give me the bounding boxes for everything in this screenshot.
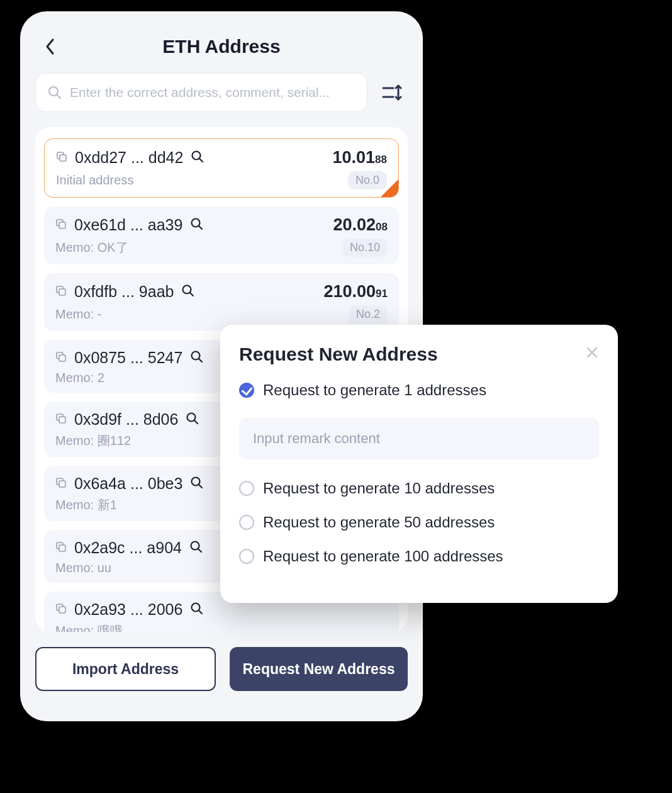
svg-rect-5 [60, 155, 66, 161]
copy-icon[interactable] [55, 413, 67, 427]
address-text: 0xdd27 ... dd42 [75, 149, 183, 167]
svg-line-31 [198, 549, 201, 552]
radio-checked-icon[interactable] [239, 383, 254, 398]
request-new-address-button[interactable]: Request New Address [230, 647, 408, 691]
selected-corner-icon [381, 179, 398, 197]
memo-text: Memo: - [55, 307, 101, 322]
radio-unchecked-icon[interactable] [239, 481, 254, 496]
balance-value: 20.0208 [333, 215, 388, 235]
copy-icon[interactable] [55, 351, 67, 365]
radio-option[interactable]: Request to generate 100 addresses [239, 548, 599, 565]
address-card[interactable]: 0xe61d ... aa3920.0208Memo: OK了No.10 [44, 206, 399, 264]
import-address-button[interactable]: Import Address [35, 647, 216, 691]
address-row-bottom: Initial addressNo.0 [56, 171, 387, 189]
radio-label: Request to generate 10 addresses [263, 480, 495, 497]
memo-text: Initial address [56, 173, 133, 188]
address-card[interactable]: 0xdd27 ... dd4210.0188Initial addressNo.… [44, 138, 399, 198]
address-row-top: 0x2a93 ... 2006 [55, 600, 388, 619]
magnifier-icon[interactable] [191, 150, 204, 166]
svg-rect-17 [59, 355, 65, 361]
svg-line-27 [199, 485, 202, 488]
back-button[interactable] [39, 35, 62, 58]
memo-text: Memo: uu [55, 561, 111, 575]
search-box[interactable] [35, 73, 367, 112]
copy-icon[interactable] [55, 541, 67, 555]
radio-unchecked-icon[interactable] [239, 515, 254, 530]
copy-icon[interactable] [55, 477, 67, 491]
radio-label: Request to generate 50 addresses [263, 514, 495, 531]
memo-text: Memo: 2 [55, 371, 104, 385]
copy-icon[interactable] [55, 218, 67, 232]
magnifier-icon[interactable] [190, 217, 204, 233]
radio-option[interactable]: Request to generate 10 addresses [239, 480, 599, 497]
svg-rect-33 [59, 607, 65, 613]
memo-text: Memo: 哦哦 [55, 622, 123, 632]
sort-icon [381, 83, 403, 102]
address-text: 0x2a9c ... a904 [74, 539, 182, 557]
balance-value: 210.0091 [323, 282, 388, 301]
radio-option[interactable]: Request to generate 1 addresses [239, 381, 599, 399]
magnifier-icon[interactable] [190, 350, 204, 366]
balance-value: 10.0188 [333, 148, 388, 167]
svg-line-15 [190, 293, 193, 296]
svg-rect-13 [59, 289, 65, 295]
svg-rect-25 [59, 481, 65, 487]
svg-line-19 [199, 359, 202, 362]
svg-rect-9 [59, 222, 65, 228]
svg-line-11 [199, 226, 202, 229]
address-text: 0x2a93 ... 2006 [74, 600, 182, 619]
address-row-bottom: Memo: -No.2 [55, 305, 388, 323]
svg-line-23 [194, 420, 198, 424]
page-title: ETH Address [162, 36, 280, 57]
address-text: 0x6a4a ... 0be3 [74, 475, 182, 493]
search-input[interactable] [70, 85, 356, 100]
address-row-bottom: Memo: OK了No.10 [55, 239, 388, 257]
memo-text: Memo: 圈112 [55, 432, 131, 449]
svg-line-1 [57, 95, 61, 99]
request-address-modal: Request New Address Request to generate … [220, 325, 618, 603]
close-icon [585, 346, 599, 359]
bottom-bar: Import Address Request New Address [35, 647, 408, 691]
radio-label: Request to generate 100 addresses [263, 548, 503, 565]
magnifier-icon[interactable] [189, 540, 203, 556]
svg-rect-21 [59, 417, 65, 423]
index-badge: No.10 [342, 239, 388, 257]
magnifier-icon[interactable] [190, 602, 204, 618]
address-text: 0xfdfb ... 9aab [74, 283, 174, 301]
svg-line-35 [199, 610, 202, 614]
magnifier-icon[interactable] [190, 476, 204, 492]
search-icon [47, 85, 62, 100]
radio-option[interactable]: Request to generate 50 addresses [239, 514, 599, 531]
svg-line-7 [199, 159, 203, 162]
address-text: 0x3d9f ... 8d06 [74, 410, 178, 429]
radio-unchecked-icon[interactable] [239, 549, 254, 564]
modal-header: Request New Address [239, 344, 599, 365]
modal-title: Request New Address [239, 344, 438, 365]
modal-close-button[interactable] [585, 346, 599, 363]
address-row-top: 0xfdfb ... 9aab210.0091 [55, 282, 388, 301]
radio-label: Request to generate 1 addresses [263, 381, 486, 399]
copy-icon[interactable] [55, 603, 67, 617]
address-text: 0xe61d ... aa39 [74, 216, 182, 234]
copy-icon[interactable] [55, 285, 67, 299]
address-row-bottom: Memo: 哦哦 [55, 622, 388, 632]
copy-icon[interactable] [56, 151, 67, 165]
address-card[interactable]: 0xfdfb ... 9aab210.0091Memo: -No.2 [44, 273, 399, 331]
index-badge: No.2 [349, 305, 388, 323]
header: ETH Address [35, 29, 408, 64]
address-row-top: 0xe61d ... aa3920.0208 [55, 215, 388, 235]
magnifier-icon[interactable] [186, 412, 199, 428]
memo-text: Memo: OK了 [55, 239, 128, 256]
magnifier-icon[interactable] [181, 284, 195, 300]
address-text: 0x0875 ... 5247 [74, 349, 182, 367]
remark-input[interactable] [239, 418, 599, 459]
svg-rect-29 [59, 545, 65, 551]
search-row [35, 73, 408, 112]
chevron-left-icon [45, 38, 56, 55]
address-row-top: 0xdd27 ... dd4210.0188 [56, 148, 387, 167]
sort-button[interactable] [376, 77, 408, 108]
memo-text: Memo: 新1 [55, 497, 117, 514]
